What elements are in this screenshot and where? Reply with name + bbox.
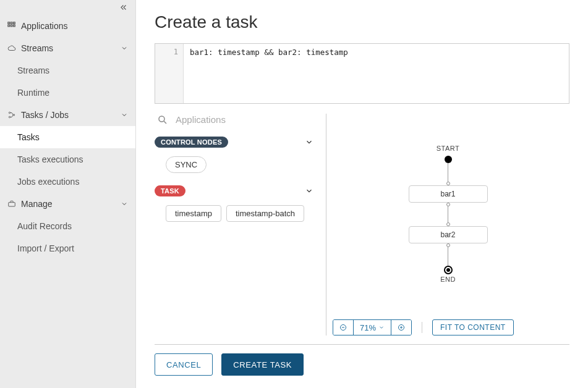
svg-point-10 (159, 116, 164, 122)
sidebar: Applications Streams Streams Runtime Tas… (0, 0, 136, 388)
nav-label: Tasks / Jobs (21, 110, 69, 120)
minus-circle-icon (339, 324, 347, 331)
nav-subitem-jobs-executions[interactable]: Jobs executions (0, 171, 135, 193)
page-title: Create a task (155, 12, 569, 32)
graph-start-node[interactable] (445, 156, 452, 163)
canvas-toolbar: 71% FIT TO CONTENT (333, 313, 569, 335)
zoom-in-button[interactable] (391, 320, 411, 335)
svg-rect-1 (11, 22, 12, 24)
palette: CONTROL NODES SYNC TASK timestamp timest… (155, 114, 326, 335)
svg-point-6 (9, 112, 10, 113)
nav-subitem-runtime[interactable]: Runtime (0, 82, 135, 104)
nav: Applications Streams Streams Runtime Tas… (0, 15, 135, 259)
graph-end-node[interactable] (444, 266, 453, 274)
grid-icon (7, 22, 16, 30)
zoom-value: 71% (360, 323, 376, 332)
actions: CANCEL CREATE TASK (155, 353, 569, 376)
tasks-icon (7, 111, 16, 119)
nav-item-applications[interactable]: Applications (0, 15, 135, 37)
group-pill: TASK (155, 185, 185, 196)
svg-rect-2 (14, 22, 15, 24)
create-task-button[interactable]: CREATE TASK (221, 353, 304, 376)
palette-item-timestamp-batch[interactable]: timestamp-batch (226, 205, 304, 222)
chevron-down-icon (121, 111, 128, 119)
chevron-down-icon (121, 200, 128, 208)
graph-node-bar2[interactable]: bar2 (409, 226, 488, 243)
cloud-icon (7, 44, 16, 53)
svg-point-7 (9, 116, 10, 117)
nav-label: Applications (21, 21, 68, 31)
chevron-down-icon (378, 324, 385, 331)
palette-group-task[interactable]: TASK (155, 182, 316, 200)
group-pill: CONTROL NODES (155, 137, 228, 148)
double-chevron-left-icon (119, 3, 128, 12)
zoom-control: 71% (333, 319, 412, 335)
zoom-value-dropdown[interactable]: 71% (353, 320, 391, 335)
svg-rect-9 (9, 203, 15, 206)
dsl-editor[interactable]: 1 bar1: timestamp && bar2: timestamp (155, 43, 569, 104)
svg-rect-3 (8, 25, 10, 27)
plus-circle-icon (398, 324, 405, 331)
graph-node-bar1[interactable]: bar1 (409, 185, 488, 203)
palette-item-timestamp[interactable]: timestamp (166, 205, 221, 222)
sidebar-collapse-button[interactable] (0, 0, 135, 15)
nav-subitem-import-export[interactable]: Import / Export (0, 237, 135, 259)
editor-code[interactable]: bar1: timestamp && bar2: timestamp (184, 44, 569, 103)
svg-rect-0 (8, 22, 10, 24)
search-icon (157, 114, 168, 125)
editor-line-number: 1 (155, 44, 184, 103)
graph-end-label: END (440, 276, 456, 283)
zoom-out-button[interactable] (333, 320, 353, 335)
nav-label: Manage (21, 199, 53, 209)
main: Create a task 1 bar1: timestamp && bar2:… (136, 0, 588, 388)
nav-subitem-tasks[interactable]: Tasks (0, 126, 135, 148)
palette-group-control-nodes[interactable]: CONTROL NODES (155, 133, 316, 151)
chevron-down-icon (121, 44, 128, 52)
chevron-down-icon (305, 187, 313, 195)
nav-subitem-streams[interactable]: Streams (0, 59, 135, 82)
graph-edge (448, 163, 448, 182)
workspace: CONTROL NODES SYNC TASK timestamp timest… (155, 114, 569, 345)
palette-search-input[interactable] (174, 114, 313, 125)
graph-edge (448, 206, 448, 222)
nav-subitem-audit-records[interactable]: Audit Records (0, 215, 135, 237)
cancel-button[interactable]: CANCEL (155, 353, 213, 376)
graph-canvas[interactable]: START bar1 bar2 END (326, 114, 569, 313)
palette-item-sync[interactable]: SYNC (166, 156, 207, 173)
chevron-down-icon (305, 138, 313, 146)
fit-to-content-button[interactable]: FIT TO CONTENT (432, 319, 514, 335)
svg-rect-4 (11, 25, 12, 27)
svg-rect-5 (14, 25, 15, 27)
graph-start-label: START (437, 145, 460, 152)
nav-item-manage[interactable]: Manage (0, 193, 135, 215)
toolbox-icon (7, 200, 16, 208)
nav-item-tasks-jobs[interactable]: Tasks / Jobs (0, 104, 135, 126)
graph-edge (448, 247, 448, 266)
nav-item-streams[interactable]: Streams (0, 37, 135, 59)
nav-subitem-tasks-executions[interactable]: Tasks executions (0, 148, 135, 171)
divider (422, 322, 422, 333)
nav-label: Streams (21, 43, 53, 53)
